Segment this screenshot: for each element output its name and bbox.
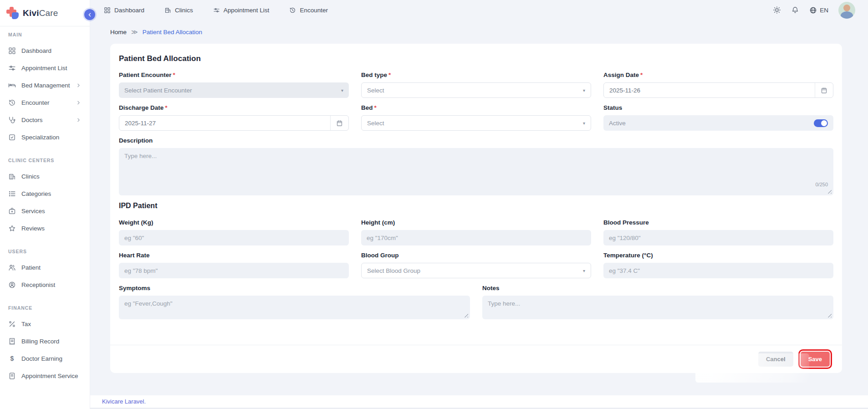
assign-date-input[interactable] bbox=[604, 83, 815, 97]
users-icon bbox=[8, 264, 16, 271]
status-bar: Active bbox=[603, 115, 833, 131]
user-avatar[interactable] bbox=[838, 2, 855, 19]
field-label: Bed type* bbox=[361, 72, 591, 78]
sun-icon bbox=[773, 6, 781, 14]
sidebar-item-bed-management[interactable]: Bed Management bbox=[5, 77, 85, 94]
field-label: Patient Encounter* bbox=[119, 72, 349, 78]
sidebar-item-appointment-list[interactable]: Appointment List bbox=[5, 59, 85, 77]
symptoms-wrap bbox=[119, 296, 470, 319]
sidebar-nav: MAIN Dashboard Appointment List Bed Mana… bbox=[0, 26, 90, 392]
sidebar-item-services[interactable]: Services bbox=[5, 202, 85, 220]
select-placeholder: Select Blood Group bbox=[367, 267, 420, 274]
building-icon bbox=[164, 7, 171, 14]
sidebar-item-specialization[interactable]: Specialization bbox=[5, 128, 85, 146]
bell-icon bbox=[791, 6, 799, 14]
section-title: CLINIC CENTERS bbox=[8, 158, 82, 163]
sidebar-item-label: Receptionist bbox=[21, 281, 55, 288]
section-title: FINANCE bbox=[8, 305, 82, 311]
page-content: Patient Bed Allocation Patient Encounter… bbox=[90, 44, 868, 395]
dollar-icon: $ bbox=[8, 355, 16, 362]
caret-down-icon bbox=[583, 121, 585, 126]
breadcrumb-home-link[interactable]: Home bbox=[110, 29, 127, 36]
notifications-button[interactable] bbox=[791, 6, 799, 14]
chevron-right-icon bbox=[76, 117, 82, 123]
stethoscope-icon bbox=[8, 116, 16, 124]
notes-wrap bbox=[482, 296, 833, 319]
sidebar-item-label: Categories bbox=[21, 190, 51, 197]
sidebar-item-appointment-service[interactable]: Appointment Service bbox=[5, 367, 85, 384]
topnav-encounter[interactable]: Encounter bbox=[289, 7, 328, 14]
briefcase-icon bbox=[8, 207, 16, 215]
sidebar-item-categories[interactable]: Categories bbox=[5, 185, 85, 202]
sidebar-item-clinics[interactable]: Clinics bbox=[5, 168, 85, 185]
cancel-button[interactable]: Cancel bbox=[758, 352, 793, 367]
field-notes: Notes bbox=[482, 285, 833, 319]
blood-group-select[interactable]: Select Blood Group bbox=[361, 263, 591, 278]
field-label: Discharge Date* bbox=[119, 104, 349, 111]
calendar-icon[interactable] bbox=[330, 116, 348, 130]
sidebar-item-billing-record[interactable]: Billing Record bbox=[5, 332, 85, 350]
sidebar-collapse-button[interactable] bbox=[84, 9, 95, 20]
sidebar-section-clinic-centers: CLINIC CENTERS Clinics Categories Servic… bbox=[5, 158, 85, 237]
height-input[interactable] bbox=[361, 230, 591, 245]
heart-rate-input[interactable] bbox=[119, 263, 349, 278]
main-area: Dashboard Clinics Appointment List Encou… bbox=[90, 0, 868, 409]
theme-toggle-button[interactable] bbox=[773, 6, 781, 14]
sliders-icon bbox=[213, 7, 220, 14]
select-placeholder: Select bbox=[367, 87, 384, 94]
status-toggle[interactable] bbox=[814, 119, 828, 127]
sidebar-item-doctor-earning[interactable]: $ Doctor Earning bbox=[5, 350, 85, 367]
sidebar-item-doctors[interactable]: Doctors bbox=[5, 111, 85, 128]
star-icon bbox=[8, 225, 16, 232]
arrow-left-icon bbox=[87, 12, 93, 18]
field-label: Assign Date* bbox=[603, 72, 833, 78]
topnav-label: Clinics bbox=[175, 7, 193, 14]
sidebar-item-tax[interactable]: Tax bbox=[5, 315, 85, 332]
weight-input[interactable] bbox=[119, 230, 349, 245]
bed-type-select[interactable]: Select bbox=[361, 82, 591, 98]
topnav-dashboard[interactable]: Dashboard bbox=[104, 7, 144, 14]
topnav-clinics[interactable]: Clinics bbox=[164, 7, 193, 14]
sidebar-item-label: Reviews bbox=[21, 225, 45, 232]
language-selector[interactable]: EN bbox=[809, 6, 828, 14]
notes-textarea[interactable] bbox=[482, 296, 833, 319]
app-window: KiviCare MAIN Dashboard Appointment List bbox=[0, 0, 868, 409]
sidebar-item-dashboard[interactable]: Dashboard bbox=[5, 42, 85, 59]
badge-icon bbox=[8, 133, 16, 141]
field-label: Blood Group bbox=[361, 252, 591, 259]
discharge-date-input[interactable] bbox=[119, 116, 330, 130]
brand-name-light: Care bbox=[39, 8, 58, 18]
sidebar-item-label: Appointment Service bbox=[21, 373, 78, 379]
page-footer: Kivicare Laravel. bbox=[90, 395, 868, 409]
sidebar-item-encounter[interactable]: Encounter bbox=[5, 94, 85, 111]
sidebar-item-receptionist[interactable]: Receptionist bbox=[5, 276, 85, 293]
top-navbar: Dashboard Clinics Appointment List Encou… bbox=[90, 0, 868, 20]
sidebar-item-label: Doctors bbox=[21, 117, 43, 123]
symptoms-textarea[interactable] bbox=[119, 296, 470, 319]
bed-select[interactable]: Select bbox=[361, 115, 591, 131]
field-label: Bed* bbox=[361, 104, 591, 111]
globe-icon bbox=[809, 6, 817, 14]
sidebar-item-label: Services bbox=[21, 208, 45, 215]
status-value: Active bbox=[609, 120, 626, 127]
calendar-icon[interactable] bbox=[815, 83, 833, 97]
breadcrumb-separator-icon: ≫ bbox=[131, 28, 138, 36]
sidebar-item-patient[interactable]: Patient bbox=[5, 259, 85, 276]
field-patient-encounter: Patient Encounter* Select Patient Encoun… bbox=[119, 72, 349, 98]
temperature-input[interactable] bbox=[603, 263, 833, 278]
patient-encounter-select[interactable]: Select Patient Encounter bbox=[119, 82, 349, 98]
sidebar-item-reviews[interactable]: Reviews bbox=[5, 220, 85, 237]
top-nav-links: Dashboard Clinics Appointment List Encou… bbox=[104, 7, 328, 14]
topnav-appointment-list[interactable]: Appointment List bbox=[213, 7, 270, 14]
bed-icon bbox=[8, 82, 16, 89]
language-label: EN bbox=[820, 7, 828, 14]
description-textarea[interactable] bbox=[119, 148, 833, 195]
field-label: Notes bbox=[482, 285, 833, 291]
sidebar-item-label: Bed Management bbox=[21, 82, 70, 89]
kivicare-laravel-link[interactable]: Kivicare Laravel. bbox=[102, 398, 146, 405]
field-bed: Bed* Select bbox=[361, 104, 591, 131]
save-button[interactable]: Save bbox=[801, 352, 830, 367]
brand-name: KiviCare bbox=[23, 8, 58, 18]
blood-pressure-input[interactable] bbox=[603, 230, 833, 245]
sidebar: KiviCare MAIN Dashboard Appointment List bbox=[0, 0, 90, 409]
